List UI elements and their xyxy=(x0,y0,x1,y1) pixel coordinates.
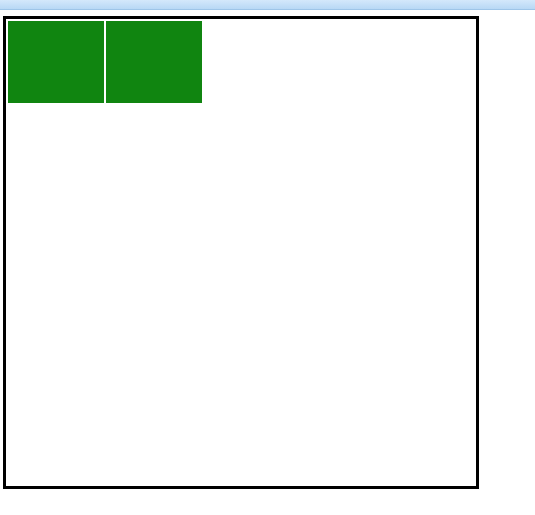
tile-row xyxy=(6,19,476,103)
canvas-area[interactable] xyxy=(3,16,479,489)
tile[interactable] xyxy=(106,21,202,103)
window-title-bar[interactable] xyxy=(0,0,535,10)
tile[interactable] xyxy=(8,21,104,103)
